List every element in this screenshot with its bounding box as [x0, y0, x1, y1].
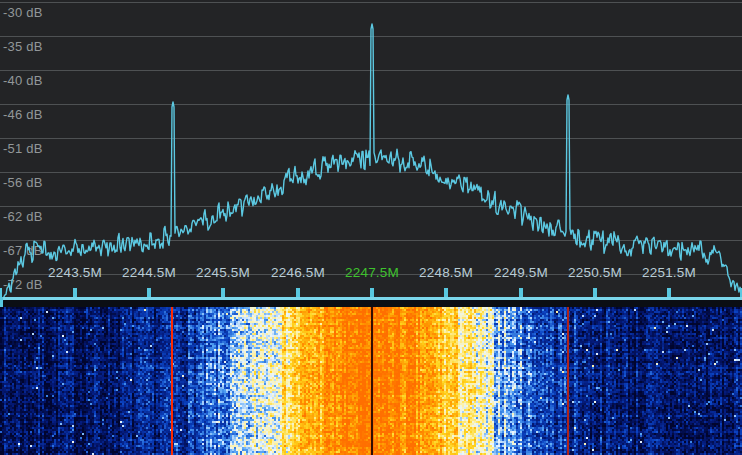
frequency-tick	[0, 288, 2, 297]
spectrum-trace	[0, 0, 742, 307]
frequency-tick	[147, 288, 151, 297]
sdr-main-view: -30 dB-35 dB-40 dB-46 dB-51 dB-56 dB-62 …	[0, 0, 742, 455]
frequency-scale-bar[interactable]	[0, 297, 742, 300]
frequency-tick	[519, 288, 523, 297]
frequency-tick	[667, 288, 671, 297]
frequency-tick	[593, 288, 597, 297]
frequency-tick	[221, 288, 225, 297]
frequency-tick	[444, 288, 448, 297]
waterfall-display[interactable]	[0, 307, 742, 455]
spectrum-panel[interactable]: -30 dB-35 dB-40 dB-46 dB-51 dB-56 dB-62 …	[0, 0, 742, 307]
frequency-tick	[296, 288, 300, 297]
frequency-tick	[370, 288, 374, 297]
frequency-tick	[73, 288, 77, 297]
scale-left-edge-tick	[0, 297, 3, 307]
